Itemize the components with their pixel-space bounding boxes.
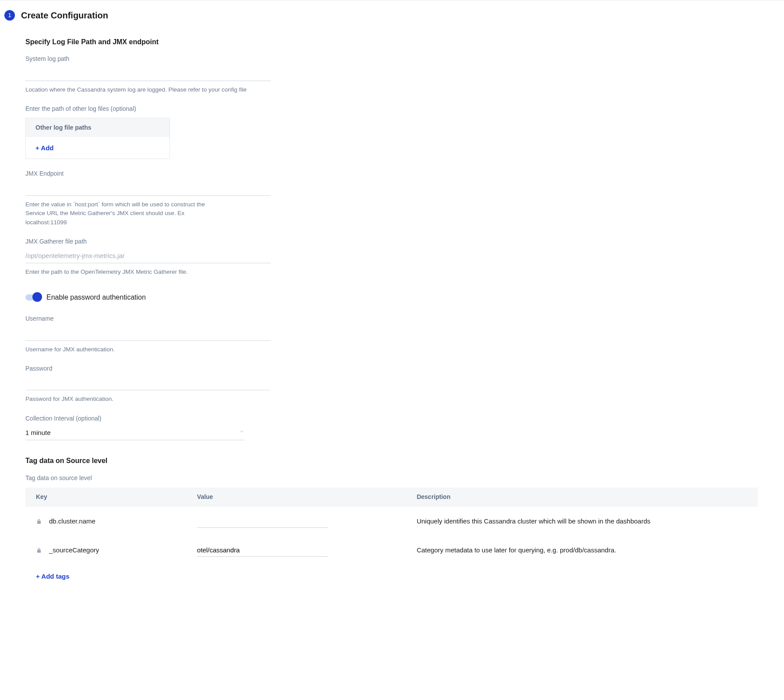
username-label: Username bbox=[25, 315, 758, 323]
chevron-down-icon bbox=[239, 429, 244, 436]
tag-table: Key Value Description db.cluster.name bbox=[25, 488, 758, 588]
tag-header-value: Value bbox=[187, 488, 406, 507]
tag-section-subtitle: Tag data on source level bbox=[25, 474, 758, 483]
enable-password-auth-label: Enable password authentication bbox=[46, 293, 146, 302]
other-log-files-label: Enter the path of other log files (optio… bbox=[25, 105, 758, 113]
collection-interval-label: Collection Interval (optional) bbox=[25, 414, 758, 423]
password-input[interactable] bbox=[25, 375, 271, 390]
step-number-badge: 1 bbox=[4, 10, 15, 21]
system-log-path-input[interactable] bbox=[25, 66, 271, 81]
password-help: Password for JMX authentication. bbox=[25, 395, 271, 403]
toggle-knob-icon bbox=[32, 292, 42, 302]
jmx-gatherer-input[interactable] bbox=[25, 248, 271, 263]
step-header: 1 Create Configuration bbox=[4, 9, 758, 21]
collection-interval-select[interactable]: 1 minute bbox=[25, 425, 244, 440]
tag-key: db.cluster.name bbox=[49, 516, 95, 526]
tag-value-input[interactable] bbox=[197, 544, 328, 557]
collection-interval-value: 1 minute bbox=[25, 428, 51, 437]
jmx-endpoint-label: JMX Endpoint bbox=[25, 170, 758, 178]
add-tags-button[interactable]: + Add tags bbox=[25, 565, 758, 588]
tag-description: Uniquely identifies this Cassandra clust… bbox=[406, 507, 758, 536]
add-other-log-button[interactable]: + Add bbox=[26, 137, 170, 159]
tag-row: db.cluster.name Uniquely identifies this… bbox=[25, 507, 758, 536]
jmx-gatherer-label: JMX Gatherer file path bbox=[25, 237, 758, 246]
lock-icon bbox=[36, 547, 42, 553]
jmx-gatherer-help: Enter the path to the OpenTelemetry JMX … bbox=[25, 268, 271, 276]
section-logpath-title: Specify Log File Path and JMX endpoint bbox=[25, 37, 758, 47]
system-log-path-label: System log path bbox=[25, 55, 758, 64]
jmx-endpoint-help: Enter the value in `host:port` form whic… bbox=[25, 200, 218, 227]
system-log-path-help: Location where the Cassandra system log … bbox=[25, 85, 271, 94]
other-log-files-box: Other log file paths + Add bbox=[25, 118, 170, 159]
step-title: Create Configuration bbox=[21, 9, 108, 21]
username-input[interactable] bbox=[25, 326, 271, 341]
tag-key: _sourceCategory bbox=[49, 545, 99, 555]
tag-value-input[interactable] bbox=[197, 515, 328, 528]
tag-section-title: Tag data on Source level bbox=[25, 456, 758, 466]
tag-row: _sourceCategory Category metadata to use… bbox=[25, 536, 758, 565]
enable-password-auth-toggle[interactable] bbox=[25, 294, 40, 301]
username-help: Username for JMX authentication. bbox=[25, 345, 271, 354]
password-label: Password bbox=[25, 364, 758, 373]
tag-header-description: Description bbox=[406, 488, 758, 507]
tag-header-key: Key bbox=[25, 488, 187, 507]
jmx-endpoint-input[interactable] bbox=[25, 181, 271, 196]
lock-icon bbox=[36, 518, 42, 524]
other-log-files-header: Other log file paths bbox=[26, 118, 170, 138]
tag-description: Category metadata to use later for query… bbox=[406, 536, 758, 565]
